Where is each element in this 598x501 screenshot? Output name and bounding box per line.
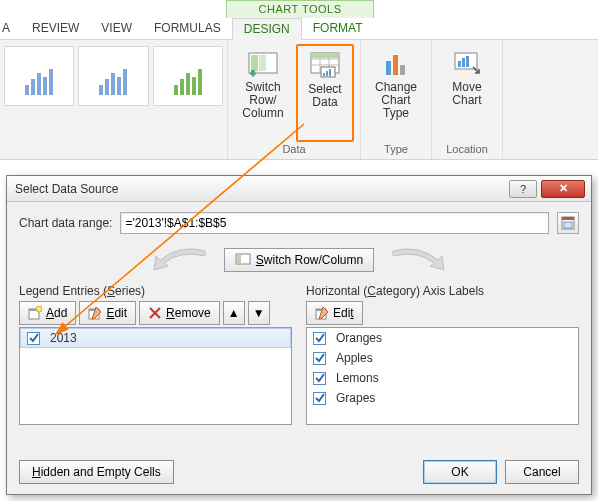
axis-labels-column: Horizontal (Category) Axis Labels Edit O… (306, 284, 579, 425)
series-listbox[interactable]: 2013 (19, 327, 292, 425)
legend-entries-column: Legend Entries (Series) Add Edit Remove (19, 284, 292, 425)
svg-rect-12 (329, 69, 331, 76)
chart-style-thumb[interactable] (153, 46, 223, 106)
dialog-body: Chart data range: Switch Row/Column Lege… (7, 202, 591, 494)
group-location: Move Chart Location (432, 40, 503, 159)
remove-series-button[interactable]: Remove (139, 301, 220, 325)
svg-rect-17 (458, 61, 461, 67)
hidden-empty-cells-button[interactable]: Hidden and Empty Cells (19, 460, 174, 484)
group-location-label: Location (446, 142, 488, 157)
axis-labels-title: Horizontal (Category) Axis Labels (306, 284, 579, 298)
tab-view[interactable]: VIEW (90, 18, 143, 39)
move-chart-button[interactable]: Move Chart (438, 44, 496, 142)
ribbon-body: Switch Row/ Column Select Data Data Chan… (0, 40, 598, 159)
change-chart-type-label: Change Chart Type (367, 81, 425, 120)
switch-label: Switch Row/Column (256, 253, 363, 267)
svg-rect-15 (400, 65, 405, 75)
svg-rect-25 (237, 255, 241, 263)
tab-format[interactable]: FORMAT (302, 18, 374, 39)
edit-icon (315, 306, 329, 320)
select-data-source-dialog: Select Data Source ? ✕ Chart data range:… (6, 175, 592, 495)
switch-rowcol-icon (247, 47, 279, 79)
axis-row[interactable]: Grapes (307, 388, 578, 408)
axis-row[interactable]: Apples (307, 348, 578, 368)
lists-area: Legend Entries (Series) Add Edit Remove (19, 284, 579, 425)
dialog-titlebar: Select Data Source ? ✕ (7, 176, 591, 202)
series-checkbox[interactable] (27, 332, 40, 345)
move-up-button[interactable]: ▲ (223, 301, 245, 325)
change-chart-type-icon (380, 47, 412, 79)
help-button[interactable]: ? (509, 180, 537, 198)
chart-data-range-label: Chart data range: (19, 216, 112, 230)
tab-partial[interactable]: A (0, 18, 21, 39)
svg-rect-13 (386, 61, 391, 75)
axis-label: Lemons (336, 371, 379, 385)
ok-button[interactable]: OK (423, 460, 497, 484)
chart-tools-context-tab: CHART TOOLS (226, 0, 374, 18)
switch-row-column-button-dialog[interactable]: Switch Row/Column (224, 248, 374, 272)
chevron-down-icon: ▼ (253, 306, 265, 320)
axis-label: Apples (336, 351, 373, 365)
axis-label: Oranges (336, 331, 382, 345)
axis-checkbox[interactable] (313, 372, 326, 385)
move-chart-icon (451, 47, 483, 79)
axis-checkbox[interactable] (313, 332, 326, 345)
legend-entries-title: Legend Entries (Series) (19, 284, 292, 298)
svg-point-28 (36, 306, 42, 312)
move-chart-label: Move Chart (452, 81, 481, 107)
chevron-up-icon: ▲ (228, 306, 240, 320)
range-picker-icon (561, 216, 575, 230)
edit-axis-labels-button[interactable]: Edit (306, 301, 363, 325)
switch-row-column-area: Switch Row/Column (19, 246, 579, 274)
group-data: Switch Row/ Column Select Data Data (228, 40, 361, 159)
group-data-label: Data (282, 142, 305, 157)
axis-toolbar: Edit (306, 301, 579, 325)
series-row[interactable]: 2013 (20, 328, 291, 348)
svg-rect-18 (462, 58, 465, 67)
select-data-button[interactable]: Select Data (296, 44, 354, 142)
dialog-title: Select Data Source (15, 182, 118, 196)
curved-arrow-right-icon (388, 246, 448, 274)
edit-series-button[interactable]: Edit (79, 301, 136, 325)
tab-design[interactable]: DESIGN (232, 18, 302, 40)
edit-icon (88, 306, 102, 320)
ribbon: CHART TOOLS A REVIEW VIEW FORMULAS DESIG… (0, 0, 598, 160)
axis-row[interactable]: Lemons (307, 368, 578, 388)
select-data-icon (309, 49, 341, 81)
axis-row[interactable]: Oranges (307, 328, 578, 348)
legend-toolbar: Add Edit Remove ▲ ▼ (19, 301, 292, 325)
help-icon: ? (520, 183, 526, 195)
select-data-label: Select Data (308, 83, 341, 109)
move-down-button[interactable]: ▼ (248, 301, 270, 325)
axis-listbox[interactable]: OrangesApplesLemonsGrapes (306, 327, 579, 425)
axis-label: Grapes (336, 391, 375, 405)
tab-formulas[interactable]: FORMULAS (143, 18, 232, 39)
chart-style-thumb[interactable] (78, 46, 148, 106)
group-type-label: Type (384, 142, 408, 157)
axis-checkbox[interactable] (313, 352, 326, 365)
add-series-button[interactable]: Add (19, 301, 76, 325)
dialog-footer: Hidden and Empty Cells OK Cancel (19, 460, 579, 484)
chart-style-thumb[interactable] (4, 46, 74, 106)
switch-icon (235, 252, 251, 268)
svg-rect-11 (326, 71, 328, 76)
tab-review[interactable]: REVIEW (21, 18, 90, 39)
cancel-button[interactable]: Cancel (505, 460, 579, 484)
svg-rect-8 (311, 53, 339, 58)
ribbon-tabs: A REVIEW VIEW FORMULAS DESIGN FORMAT (0, 18, 598, 40)
svg-rect-23 (564, 222, 572, 228)
svg-rect-19 (466, 56, 469, 67)
group-type: Change Chart Type Type (361, 40, 432, 159)
switch-rowcol-label: Switch Row/ Column (234, 81, 292, 120)
series-name: 2013 (50, 331, 77, 345)
chart-styles-gallery (0, 40, 228, 159)
add-icon (28, 306, 42, 320)
range-picker-button[interactable] (557, 212, 579, 234)
svg-rect-14 (393, 55, 398, 75)
chart-data-range-input[interactable] (120, 212, 549, 234)
axis-checkbox[interactable] (313, 392, 326, 405)
close-button[interactable]: ✕ (541, 180, 585, 198)
curved-arrow-left-icon (150, 246, 210, 274)
change-chart-type-button[interactable]: Change Chart Type (367, 44, 425, 142)
switch-row-column-button[interactable]: Switch Row/ Column (234, 44, 292, 142)
